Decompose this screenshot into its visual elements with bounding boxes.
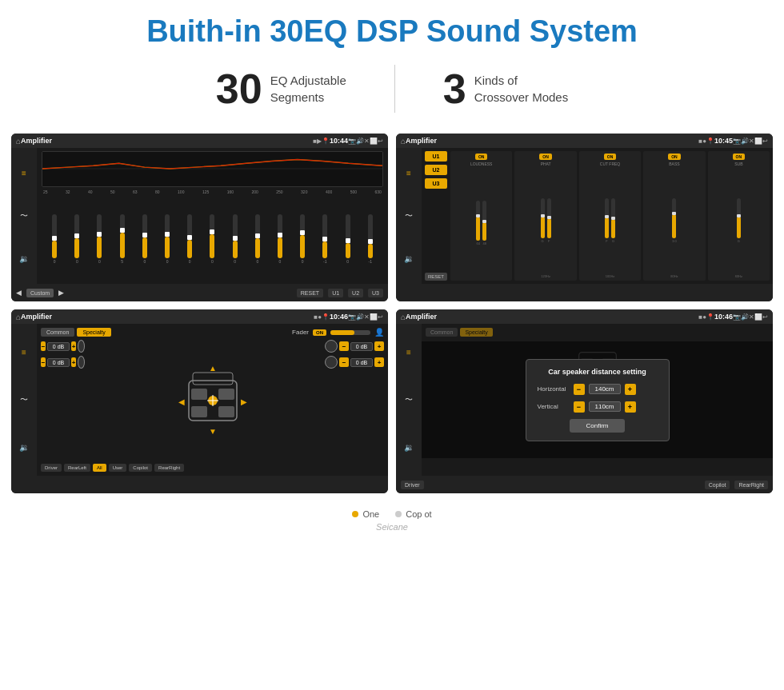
fader-track[interactable] xyxy=(330,330,370,335)
eq-slider-14[interactable]: 0 xyxy=(346,214,350,264)
back-icon[interactable]: ↩ xyxy=(378,138,383,145)
eq-slider-15[interactable]: -1 xyxy=(368,214,373,264)
eq-slider-10[interactable]: 0 xyxy=(255,214,260,264)
volume-down-icon-2[interactable]: 🔉 xyxy=(404,254,414,263)
eq-icon-3[interactable]: ≡ xyxy=(22,348,26,357)
prev-icon[interactable]: ◀ xyxy=(16,289,22,297)
back-icon-4[interactable]: ↩ xyxy=(762,313,768,321)
eq-slider-3[interactable]: 0 xyxy=(97,214,102,264)
camera-icon[interactable]: 📷 xyxy=(348,138,356,145)
volume-down-icon[interactable]: 🔉 xyxy=(19,254,29,263)
eq-slider-6[interactable]: 0 xyxy=(165,214,170,264)
cutfreq-on-btn[interactable]: ON xyxy=(604,154,617,160)
person-icon[interactable]: 👤 xyxy=(374,328,384,337)
eq-slider-11[interactable]: 0 xyxy=(278,214,282,264)
close-icon-4[interactable]: ✕ xyxy=(749,313,754,321)
loudness-slider-1[interactable]: 64 xyxy=(476,201,480,245)
tab-common[interactable]: Common xyxy=(41,328,74,337)
horizontal-minus-btn[interactable]: − xyxy=(574,384,585,395)
vertical-minus-btn[interactable]: − xyxy=(574,401,585,413)
screen4-rearright-btn[interactable]: RearRight xyxy=(734,481,768,489)
camera-icon-3[interactable]: 📷 xyxy=(348,313,356,321)
next-icon[interactable]: ▶ xyxy=(58,289,64,297)
volume-down-icon-3[interactable]: 🔉 xyxy=(19,443,29,452)
vertical-plus-btn[interactable]: + xyxy=(625,401,636,413)
horizontal-plus-btn[interactable]: + xyxy=(625,384,636,395)
db4-plus-btn[interactable]: + xyxy=(374,357,384,367)
volume-icon-2[interactable]: 🔊 xyxy=(741,138,749,145)
u3-btn[interactable]: U3 xyxy=(368,289,383,297)
loudness-slider-2[interactable]: 48 xyxy=(482,201,486,245)
cutfreq-slider-g[interactable]: G xyxy=(611,198,615,243)
driver-btn[interactable]: Driver xyxy=(41,464,62,472)
expand-icon-2[interactable]: ⬜ xyxy=(754,138,762,145)
phat-slider-g[interactable]: G xyxy=(541,198,545,243)
custom-btn[interactable]: Custom xyxy=(26,289,54,297)
bass-on-btn[interactable]: ON xyxy=(668,154,681,160)
crossover-reset-btn[interactable]: RESET xyxy=(425,273,447,281)
eq-slider-13[interactable]: -1 xyxy=(322,214,327,264)
preset-u2[interactable]: U2 xyxy=(425,165,447,175)
bass-slider[interactable]: 3.0 xyxy=(672,198,677,243)
page-dot-1[interactable] xyxy=(352,511,358,517)
phat-on-btn[interactable]: ON xyxy=(539,154,552,160)
camera-icon-2[interactable]: 📷 xyxy=(733,138,741,145)
eq-slider-2[interactable]: 0 xyxy=(74,214,79,264)
db2-minus-btn[interactable]: − xyxy=(41,357,46,367)
close-icon-3[interactable]: ✕ xyxy=(364,313,370,321)
copilot-btn[interactable]: Copilot xyxy=(129,464,152,472)
db3-plus-btn[interactable]: + xyxy=(374,341,384,351)
wave-icon-3[interactable]: 〜 xyxy=(20,394,28,405)
eq-icon-4[interactable]: ≡ xyxy=(406,348,411,357)
page-dot-2[interactable] xyxy=(395,511,402,517)
eq-slider-8[interactable]: 0 xyxy=(210,214,214,264)
reset-btn[interactable]: RESET xyxy=(297,289,323,297)
preset-u1[interactable]: U1 xyxy=(425,151,447,162)
wave-icon-2[interactable]: 〜 xyxy=(405,210,413,221)
eq-icon-2[interactable]: ≡ xyxy=(406,169,411,177)
close-icon-2[interactable]: ✕ xyxy=(749,138,754,145)
volume-icon-4[interactable]: 🔊 xyxy=(741,313,749,321)
eq-slider-12[interactable]: 0 xyxy=(300,214,305,264)
sub-slider[interactable]: G xyxy=(737,198,741,243)
wave-icon[interactable]: 〜 xyxy=(20,210,28,221)
volume-icon[interactable]: 🔊 xyxy=(356,138,364,145)
rearright-btn[interactable]: RearRight xyxy=(154,464,184,472)
back-icon-3[interactable]: ↩ xyxy=(378,313,383,321)
screen4-copilot-btn[interactable]: Copilot xyxy=(705,481,730,489)
tab-specialty[interactable]: Specialty xyxy=(77,328,110,337)
volume-down-icon-4[interactable]: 🔉 xyxy=(404,443,414,452)
rearleft-btn[interactable]: RearLeft xyxy=(64,464,90,472)
all-btn[interactable]: All xyxy=(93,464,106,472)
close-icon[interactable]: ✕ xyxy=(364,138,370,145)
screen4-driver-btn[interactable]: Driver xyxy=(401,481,424,489)
db3-minus-btn[interactable]: − xyxy=(339,341,349,351)
cutfreq-slider-f[interactable]: F xyxy=(605,198,609,243)
sub-on-btn[interactable]: ON xyxy=(733,154,746,160)
u1-btn[interactable]: U1 xyxy=(328,289,343,297)
fader-on-toggle[interactable]: ON xyxy=(313,329,326,336)
user-btn[interactable]: User xyxy=(109,464,127,472)
db1-plus-btn[interactable]: + xyxy=(71,341,76,351)
eq-slider-7[interactable]: 0 xyxy=(187,214,192,264)
eq-slider-9[interactable]: 0 xyxy=(233,214,238,264)
expand-icon-3[interactable]: ⬜ xyxy=(370,313,378,321)
eq-slider-5[interactable]: 0 xyxy=(142,214,147,264)
u2-btn[interactable]: U2 xyxy=(348,289,363,297)
expand-icon-4[interactable]: ⬜ xyxy=(754,313,762,321)
expand-icon[interactable]: ⬜ xyxy=(370,138,378,145)
wave-icon-4[interactable]: 〜 xyxy=(405,394,413,405)
eq-slider-1[interactable]: 0 xyxy=(52,214,57,264)
volume-icon-3[interactable]: 🔊 xyxy=(356,313,364,321)
db1-minus-btn[interactable]: − xyxy=(41,341,46,351)
camera-icon-4[interactable]: 📷 xyxy=(733,313,741,321)
db2-plus-btn[interactable]: + xyxy=(71,357,76,367)
confirm-btn[interactable]: Confirm xyxy=(570,419,624,433)
db4-minus-btn[interactable]: − xyxy=(339,357,349,367)
preset-u3[interactable]: U3 xyxy=(425,178,447,189)
loudness-on-btn[interactable]: ON xyxy=(475,154,488,160)
eq-icon[interactable]: ≡ xyxy=(22,169,26,177)
back-icon-2[interactable]: ↩ xyxy=(762,138,768,145)
eq-slider-4[interactable]: 5 xyxy=(120,214,125,264)
phat-slider-f[interactable]: F xyxy=(547,198,551,243)
